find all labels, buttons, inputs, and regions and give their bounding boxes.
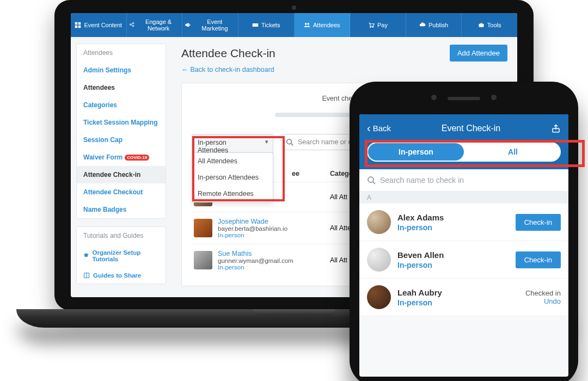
nav-pay[interactable]: Pay <box>350 13 406 37</box>
chevron-left-icon: ‹ <box>367 122 371 134</box>
sidebar-item-session-cap[interactable]: Session Cap <box>77 131 166 149</box>
ticket-icon <box>252 22 259 28</box>
share-icon[interactable] <box>551 124 561 133</box>
sidebar-item-categories[interactable]: Categories <box>77 96 166 114</box>
nav-label: Event Content <box>84 22 122 28</box>
dropdown-selected: In-person Attendees <box>198 139 228 154</box>
phone-camera <box>431 95 437 100</box>
nav-label: Pay <box>377 22 388 28</box>
svg-point-4 <box>130 24 131 26</box>
covid-badge: COVID-19 <box>125 155 149 161</box>
list-item[interactable]: Alex Adams In-person Check-in <box>359 204 568 241</box>
sidebar-item-attendees[interactable]: Attendees <box>77 79 166 96</box>
attendee-name: Beven Allen <box>397 250 444 260</box>
sidebar-item-attendee-checkout[interactable]: Attendee Checkout <box>77 183 166 201</box>
search-placeholder: Search name or em <box>298 138 358 146</box>
sidebar-item-setup-tutorials[interactable]: Organizer Setup Tutorials <box>77 244 166 267</box>
megaphone-icon <box>185 22 191 28</box>
phone-title: Event Check-in <box>442 124 501 133</box>
svg-rect-12 <box>479 24 483 27</box>
cloud-up-icon <box>419 22 426 28</box>
svg-point-11 <box>372 27 373 28</box>
undo-link[interactable]: Undo <box>525 297 561 305</box>
nav-tools[interactable]: Tools <box>462 13 517 37</box>
nav-label: Event Marketing <box>194 19 236 32</box>
phone-back-button[interactable]: ‹ Back <box>367 122 391 134</box>
avatar <box>367 285 391 309</box>
phone-search-placeholder: Search name to check in <box>380 176 464 185</box>
sidebar-section-attendees: Attendees <box>77 44 166 62</box>
check-in-button[interactable]: Check-in <box>516 214 561 231</box>
list-item[interactable]: Beven Allen In-person Check-in <box>359 241 568 279</box>
svg-point-5 <box>132 22 134 24</box>
svg-point-14 <box>287 139 292 144</box>
avatar <box>194 251 212 269</box>
phone-sensor <box>491 95 497 100</box>
page-title: Attendee Check-in <box>181 47 275 60</box>
svg-point-9 <box>307 23 309 25</box>
sidebar-item-guides-share[interactable]: Guides to Share <box>77 267 166 284</box>
nav-publish[interactable]: Publish <box>406 13 462 37</box>
sidebar-section-guides: Tutorials and Guides <box>77 227 166 244</box>
filter-option-in-person[interactable]: In-person Attendees <box>192 169 273 186</box>
grid-icon <box>75 22 81 28</box>
attendee-name: Sue Mathis <box>218 250 293 257</box>
avatar <box>367 210 391 234</box>
svg-rect-0 <box>75 22 78 25</box>
sidebar-item-ticket-session-mapping[interactable]: Ticket Session Mapping <box>77 114 166 131</box>
list-item[interactable]: Leah Aubry In-person Checked in Undo <box>359 279 568 316</box>
nav-label: Publish <box>428 22 448 28</box>
svg-rect-2 <box>75 26 78 28</box>
attendee-filter-menu: All Attendees In-person Attendees Remote… <box>192 152 273 202</box>
search-icon <box>367 176 376 185</box>
sidebar-item-waiver-form[interactable]: Waiver FormCOVID-19 <box>77 149 166 166</box>
svg-point-8 <box>305 23 307 25</box>
check-in-button[interactable]: Check-in <box>516 251 561 268</box>
attendee-email: bayer.berta@bashirian.io <box>218 225 287 232</box>
svg-point-16 <box>368 177 373 182</box>
attendee-mode: In-person <box>397 223 444 232</box>
add-attendee-button[interactable]: Add Attendee <box>450 45 507 62</box>
sidebar-item-admin-settings[interactable]: Admin Settings <box>77 62 166 79</box>
people-icon <box>304 22 310 28</box>
attendee-name: Josephine Wade <box>218 218 287 225</box>
briefcase-icon <box>478 22 485 28</box>
attendee-mode: In-person <box>218 264 293 271</box>
phone-speaker <box>448 97 480 100</box>
svg-rect-1 <box>78 22 81 25</box>
svg-point-10 <box>370 27 371 28</box>
attendee-name: Leah Aubry <box>397 288 442 297</box>
attendee-email: gunner.wyman@gmail.com <box>218 257 293 264</box>
attendee-name: Alex Adams <box>397 213 444 222</box>
nav-event-content[interactable]: Event Content <box>71 13 127 37</box>
nav-tickets[interactable]: Tickets <box>238 13 295 37</box>
segment-all[interactable]: All <box>465 142 561 162</box>
nav-attendees[interactable]: Attendees <box>295 13 351 37</box>
nav-label: Attendees <box>313 22 340 28</box>
sidebar: Attendees Admin Settings Attendees Categ… <box>71 37 171 297</box>
sidebar-item-name-badges[interactable]: Name Badges <box>77 201 166 218</box>
checked-in-label: Checked in <box>525 289 561 297</box>
filter-option-all[interactable]: All Attendees <box>192 153 273 169</box>
avatar <box>194 219 212 237</box>
segment-in-person[interactable]: In-person <box>368 143 464 161</box>
svg-point-6 <box>132 25 134 27</box>
nav-label: Tickets <box>261 22 280 28</box>
phone-search-input[interactable]: Search name to check in <box>359 169 568 192</box>
nav-engage[interactable]: Engage & Network <box>127 13 183 37</box>
attendee-mode: In-person <box>397 298 442 307</box>
attendee-mode: In-person <box>218 232 287 238</box>
arrow-left-icon: ← <box>181 66 188 73</box>
top-nav: Event Content Engage & Network Event Mar… <box>71 13 517 37</box>
segmented-control: In-person All <box>367 142 561 162</box>
graduation-icon <box>83 253 89 259</box>
attendee-mode: In-person <box>397 261 444 269</box>
svg-rect-7 <box>253 23 259 27</box>
laptop-camera <box>292 5 296 10</box>
filter-option-remote[interactable]: Remote Attendees <box>192 186 273 202</box>
nav-marketing[interactable]: Event Marketing <box>182 13 238 37</box>
svg-rect-3 <box>78 26 81 28</box>
sidebar-item-attendee-check-in[interactable]: Attendee Check-in <box>77 166 166 183</box>
phone-header: ‹ Back Event Check-in <box>359 114 568 142</box>
back-to-dashboard-link[interactable]: ← Back to check-in dashboard <box>181 66 274 73</box>
